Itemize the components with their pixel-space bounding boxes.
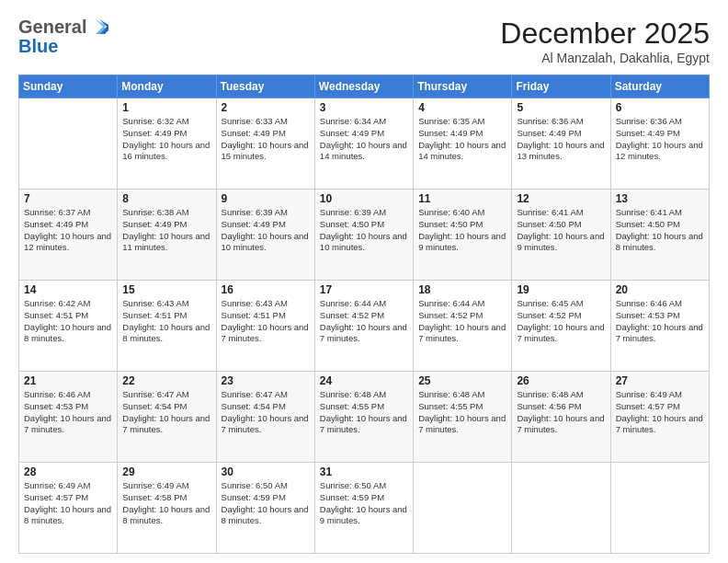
day-number: 30	[222, 465, 310, 478]
day-number: 5	[517, 101, 605, 114]
day-info: Sunrise: 6:43 AM Sunset: 4:51 PM Dayligh…	[122, 298, 210, 345]
day-number: 9	[222, 192, 310, 205]
day-number: 15	[122, 283, 210, 296]
day-cell: 8Sunrise: 6:38 AM Sunset: 4:49 PM Daylig…	[118, 190, 216, 281]
day-cell: 13Sunrise: 6:41 AM Sunset: 4:50 PM Dayli…	[610, 190, 709, 281]
day-cell: 12Sunrise: 6:41 AM Sunset: 4:50 PM Dayli…	[512, 190, 610, 281]
day-number: 3	[320, 101, 408, 114]
day-number: 21	[24, 374, 112, 387]
day-cell: 22Sunrise: 6:47 AM Sunset: 4:54 PM Dayli…	[118, 372, 216, 463]
day-info: Sunrise: 6:33 AM Sunset: 4:49 PM Dayligh…	[222, 116, 310, 163]
weekday-tuesday: Tuesday	[216, 75, 314, 98]
day-cell: 9Sunrise: 6:39 AM Sunset: 4:49 PM Daylig…	[216, 190, 314, 281]
weekday-saturday: Saturday	[610, 75, 709, 98]
day-number: 17	[320, 283, 408, 296]
day-cell: 30Sunrise: 6:50 AM Sunset: 4:59 PM Dayli…	[216, 463, 314, 554]
location: Al Manzalah, Dakahlia, Egypt	[500, 51, 710, 65]
day-number: 6	[616, 101, 704, 114]
day-info: Sunrise: 6:35 AM Sunset: 4:49 PM Dayligh…	[418, 116, 506, 163]
day-number: 11	[418, 192, 506, 205]
weekday-thursday: Thursday	[414, 75, 512, 98]
day-info: Sunrise: 6:36 AM Sunset: 4:49 PM Dayligh…	[517, 116, 605, 163]
day-cell: 31Sunrise: 6:50 AM Sunset: 4:59 PM Dayli…	[314, 463, 413, 554]
day-info: Sunrise: 6:49 AM Sunset: 4:57 PM Dayligh…	[24, 480, 112, 527]
day-info: Sunrise: 6:44 AM Sunset: 4:52 PM Dayligh…	[320, 298, 408, 345]
day-number: 22	[122, 374, 210, 387]
day-cell: 4Sunrise: 6:35 AM Sunset: 4:49 PM Daylig…	[414, 98, 512, 190]
day-number: 27	[616, 374, 704, 387]
logo-icon	[88, 17, 108, 38]
day-number: 2	[222, 101, 310, 114]
logo-blue: Blue	[18, 36, 58, 57]
day-info: Sunrise: 6:36 AM Sunset: 4:49 PM Dayligh…	[616, 116, 704, 163]
day-cell: 2Sunrise: 6:33 AM Sunset: 4:49 PM Daylig…	[216, 98, 314, 190]
day-number: 29	[122, 465, 210, 478]
day-cell	[414, 463, 512, 554]
weekday-wednesday: Wednesday	[314, 75, 413, 98]
week-row-2: 7Sunrise: 6:37 AM Sunset: 4:49 PM Daylig…	[19, 190, 710, 281]
weekday-friday: Friday	[512, 75, 610, 98]
day-number: 20	[616, 283, 704, 296]
day-number: 8	[122, 192, 210, 205]
day-cell: 23Sunrise: 6:47 AM Sunset: 4:54 PM Dayli…	[216, 372, 314, 463]
day-number: 10	[320, 192, 408, 205]
day-cell: 11Sunrise: 6:40 AM Sunset: 4:50 PM Dayli…	[414, 190, 512, 281]
day-number: 19	[517, 283, 605, 296]
calendar-table: SundayMondayTuesdayWednesdayThursdayFrid…	[18, 75, 710, 554]
day-info: Sunrise: 6:40 AM Sunset: 4:50 PM Dayligh…	[418, 207, 506, 254]
day-cell: 17Sunrise: 6:44 AM Sunset: 4:52 PM Dayli…	[314, 281, 413, 372]
day-cell: 3Sunrise: 6:34 AM Sunset: 4:49 PM Daylig…	[314, 98, 413, 190]
weekday-header-row: SundayMondayTuesdayWednesdayThursdayFrid…	[19, 75, 710, 98]
week-row-1: 1Sunrise: 6:32 AM Sunset: 4:49 PM Daylig…	[19, 98, 710, 190]
day-number: 26	[517, 374, 605, 387]
day-cell: 18Sunrise: 6:44 AM Sunset: 4:52 PM Dayli…	[414, 281, 512, 372]
day-number: 31	[320, 465, 408, 478]
day-cell: 14Sunrise: 6:42 AM Sunset: 4:51 PM Dayli…	[19, 281, 118, 372]
week-row-4: 21Sunrise: 6:46 AM Sunset: 4:53 PM Dayli…	[19, 372, 710, 463]
day-number: 23	[222, 374, 310, 387]
day-info: Sunrise: 6:41 AM Sunset: 4:50 PM Dayligh…	[517, 207, 605, 254]
header: General Blue December 2025 Al Manzalah, …	[18, 17, 710, 65]
page: General Blue December 2025 Al Manzalah, …	[0, 0, 728, 563]
logo: General Blue	[18, 17, 108, 57]
day-cell: 21Sunrise: 6:46 AM Sunset: 4:53 PM Dayli…	[19, 372, 118, 463]
day-number: 1	[122, 101, 210, 114]
day-number: 13	[616, 192, 704, 205]
day-cell: 20Sunrise: 6:46 AM Sunset: 4:53 PM Dayli…	[610, 281, 709, 372]
weekday-sunday: Sunday	[19, 75, 118, 98]
day-info: Sunrise: 6:42 AM Sunset: 4:51 PM Dayligh…	[24, 298, 112, 345]
day-cell: 1Sunrise: 6:32 AM Sunset: 4:49 PM Daylig…	[118, 98, 216, 190]
day-cell: 27Sunrise: 6:49 AM Sunset: 4:57 PM Dayli…	[610, 372, 709, 463]
day-number: 16	[222, 283, 310, 296]
day-info: Sunrise: 6:39 AM Sunset: 4:49 PM Dayligh…	[222, 207, 310, 254]
day-info: Sunrise: 6:37 AM Sunset: 4:49 PM Dayligh…	[24, 207, 112, 254]
day-info: Sunrise: 6:48 AM Sunset: 4:55 PM Dayligh…	[320, 389, 408, 436]
day-cell: 6Sunrise: 6:36 AM Sunset: 4:49 PM Daylig…	[610, 98, 709, 190]
day-info: Sunrise: 6:38 AM Sunset: 4:49 PM Dayligh…	[122, 207, 210, 254]
day-info: Sunrise: 6:49 AM Sunset: 4:57 PM Dayligh…	[616, 389, 704, 436]
day-info: Sunrise: 6:34 AM Sunset: 4:49 PM Dayligh…	[320, 116, 408, 163]
day-number: 24	[320, 374, 408, 387]
day-cell: 15Sunrise: 6:43 AM Sunset: 4:51 PM Dayli…	[118, 281, 216, 372]
day-number: 12	[517, 192, 605, 205]
day-cell: 7Sunrise: 6:37 AM Sunset: 4:49 PM Daylig…	[19, 190, 118, 281]
day-info: Sunrise: 6:39 AM Sunset: 4:50 PM Dayligh…	[320, 207, 408, 254]
day-cell: 29Sunrise: 6:49 AM Sunset: 4:58 PM Dayli…	[118, 463, 216, 554]
day-cell	[610, 463, 709, 554]
day-number: 28	[24, 465, 112, 478]
day-cell: 25Sunrise: 6:48 AM Sunset: 4:55 PM Dayli…	[414, 372, 512, 463]
day-cell: 10Sunrise: 6:39 AM Sunset: 4:50 PM Dayli…	[314, 190, 413, 281]
month-title: December 2025	[500, 17, 710, 51]
day-info: Sunrise: 6:41 AM Sunset: 4:50 PM Dayligh…	[616, 207, 704, 254]
day-info: Sunrise: 6:44 AM Sunset: 4:52 PM Dayligh…	[418, 298, 506, 345]
day-cell: 16Sunrise: 6:43 AM Sunset: 4:51 PM Dayli…	[216, 281, 314, 372]
day-cell	[19, 98, 118, 190]
day-number: 7	[24, 192, 112, 205]
day-info: Sunrise: 6:48 AM Sunset: 4:55 PM Dayligh…	[418, 389, 506, 436]
day-cell	[512, 463, 610, 554]
day-info: Sunrise: 6:49 AM Sunset: 4:58 PM Dayligh…	[122, 480, 210, 527]
week-row-5: 28Sunrise: 6:49 AM Sunset: 4:57 PM Dayli…	[19, 463, 710, 554]
day-info: Sunrise: 6:48 AM Sunset: 4:56 PM Dayligh…	[517, 389, 605, 436]
day-cell: 26Sunrise: 6:48 AM Sunset: 4:56 PM Dayli…	[512, 372, 610, 463]
day-number: 18	[418, 283, 506, 296]
